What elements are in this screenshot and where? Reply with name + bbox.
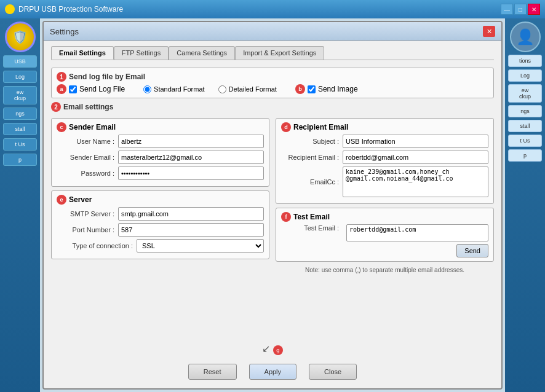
letter-a: a: [57, 84, 66, 94]
email-settings-columns: c Sender Email User Name : Sender Email …: [51, 118, 494, 342]
section2-num: 2: [51, 102, 61, 112]
settings-tabs: Email Settings FTP Settings Camera Setti…: [51, 46, 494, 60]
right-btn-backup[interactable]: ewckup: [508, 84, 542, 103]
main-layout: 🛡️ USB Log ewckup ngs stall t Us p Setti…: [0, 18, 545, 392]
recipient-email-row: Recipient Email :: [281, 151, 488, 164]
email-settings-title: 2 Email settings: [51, 102, 494, 112]
server-title: e Server: [57, 195, 264, 205]
tab-ftp-settings[interactable]: FTP Settings: [114, 46, 169, 60]
dialog-header: Settings ✕: [44, 22, 501, 41]
subject-row: Subject :: [281, 135, 488, 148]
letter-c: c: [57, 122, 66, 132]
tab-camera-settings[interactable]: Camera Settings: [169, 46, 235, 60]
settings-dialog: Settings ✕ Email Settings FTP Settings C…: [42, 21, 503, 390]
detailed-format-radio[interactable]: Detailed Format: [218, 85, 277, 93]
test-email-row: Test Email : robertdd@gmail.com Send: [281, 224, 488, 257]
right-btn-tions[interactable]: tions: [508, 55, 542, 67]
app-title: DRPU USB Protection Software: [18, 5, 123, 14]
send-log-file-checkbox[interactable]: [69, 85, 77, 93]
close-window-button[interactable]: ✕: [528, 4, 540, 15]
test-email-title: f Test Email: [281, 212, 488, 222]
password-input[interactable]: [118, 167, 264, 180]
tab-email-settings[interactable]: Email Settings: [51, 46, 114, 60]
connection-select[interactable]: SSL TLS None: [137, 239, 264, 253]
arrow-indicator: ↙ g: [51, 343, 494, 355]
sidebar-item-settings[interactable]: ngs: [3, 108, 37, 120]
subject-input[interactable]: [343, 135, 488, 148]
recipient-email-section: d Recipient Email Subject : Recipient Em…: [276, 118, 494, 204]
recipient-email-input[interactable]: [343, 151, 488, 164]
test-email-input-group: robertdd@gmail.com Send: [346, 224, 488, 257]
server-section: e Server SMTP Server : Port Number :: [51, 190, 269, 259]
section1-num: 1: [57, 72, 66, 82]
left-column: c Sender Email User Name : Sender Email …: [51, 118, 269, 342]
maximize-button[interactable]: □: [514, 4, 527, 15]
dialog-title: Settings: [50, 27, 79, 36]
format-row: Standard Format Detailed Format: [143, 85, 277, 93]
send-image-group: b Send Image: [295, 84, 358, 94]
left-sidebar: 🛡️ USB Log ewckup ngs stall t Us p: [0, 18, 40, 392]
right-avatar: 👤: [510, 22, 541, 52]
test-email-input[interactable]: robertdd@gmail.com: [346, 224, 488, 241]
send-button[interactable]: Send: [456, 244, 488, 257]
emailcc-input[interactable]: kaine_239@gmail.com,honey_ch @gmail.com,…: [343, 167, 488, 197]
sidebar-item-usb[interactable]: USB: [3, 55, 37, 68]
right-btn-contact[interactable]: t Us: [508, 135, 542, 147]
port-row: Port Number :: [57, 223, 264, 237]
title-bar: DRPU USB Protection Software — □ ✕: [0, 0, 545, 18]
username-input[interactable]: [118, 135, 264, 148]
title-bar-left: DRPU USB Protection Software: [5, 4, 123, 14]
username-row: User Name :: [57, 135, 264, 148]
right-sidebar: 👤 tions Log ewckup ngs stall t Us p: [505, 18, 545, 392]
sidebar-item-help[interactable]: p: [3, 154, 37, 166]
test-email-section: f Test Email Test Email : robertdd@gmail…: [276, 208, 494, 262]
dialog-body: Email Settings FTP Settings Camera Setti…: [44, 41, 501, 388]
send-image-checkbox[interactable]: [308, 85, 316, 93]
sidebar-item-install[interactable]: stall: [3, 123, 37, 135]
apply-button[interactable]: Apply: [249, 364, 297, 380]
sidebar-item-log[interactable]: Log: [3, 71, 37, 83]
right-column: d Recipient Email Subject : Recipient Em…: [276, 118, 494, 342]
sender-email-input[interactable]: [118, 151, 264, 164]
dialog-close-button[interactable]: ✕: [483, 26, 495, 37]
letter-f: f: [281, 212, 291, 222]
sidebar-item-contact[interactable]: t Us: [3, 138, 37, 151]
sidebar-item-backup[interactable]: ewckup: [3, 86, 37, 104]
smtp-row: SMTP Server :: [57, 207, 264, 221]
send-log-options: a Send Log File Standard Format De: [57, 84, 488, 94]
close-button[interactable]: Close: [309, 364, 357, 380]
sender-email-row: Sender Email :: [57, 151, 264, 164]
standard-format-radio[interactable]: Standard Format: [143, 85, 205, 93]
send-log-section: 1 Send log file by Email a Send Log File: [51, 68, 494, 98]
connection-row: Type of connection : SSL TLS None: [57, 239, 264, 253]
letter-b: b: [295, 84, 305, 94]
sender-email-section: c Sender Email User Name : Sender Email …: [51, 118, 269, 187]
sender-email-title: c Sender Email: [57, 122, 264, 132]
app-icon: [5, 4, 15, 14]
bottom-buttons: Reset Apply Close: [51, 359, 494, 383]
reset-button[interactable]: Reset: [188, 364, 237, 380]
right-btn-install[interactable]: stall: [508, 120, 542, 132]
right-btn-log[interactable]: Log: [508, 69, 542, 82]
password-row: Password :: [57, 167, 264, 180]
port-input[interactable]: [118, 223, 264, 237]
send-log-file-group: a Send Log File: [57, 84, 125, 94]
note-text: Note: use comma (,) to separate multiple…: [276, 267, 494, 273]
recipient-email-title: d Recipient Email: [281, 122, 488, 132]
letter-e: e: [57, 195, 66, 205]
tab-import-export-settings[interactable]: Import & Export Settings: [235, 46, 324, 60]
sidebar-logo: 🛡️: [5, 22, 36, 52]
smtp-server-input[interactable]: [118, 207, 264, 221]
send-button-container: Send: [346, 244, 488, 257]
title-bar-buttons: — □ ✕: [501, 4, 540, 15]
right-btn-settings[interactable]: ngs: [508, 105, 542, 117]
emailcc-row: EmailCc : kaine_239@gmail.com,honey_ch @…: [281, 167, 488, 197]
minimize-button[interactable]: —: [501, 4, 513, 15]
letter-d: d: [281, 122, 291, 132]
content-area: Settings ✕ Email Settings FTP Settings C…: [40, 18, 505, 392]
right-btn-help[interactable]: p: [508, 149, 542, 162]
send-log-title: 1 Send log file by Email: [57, 72, 488, 82]
